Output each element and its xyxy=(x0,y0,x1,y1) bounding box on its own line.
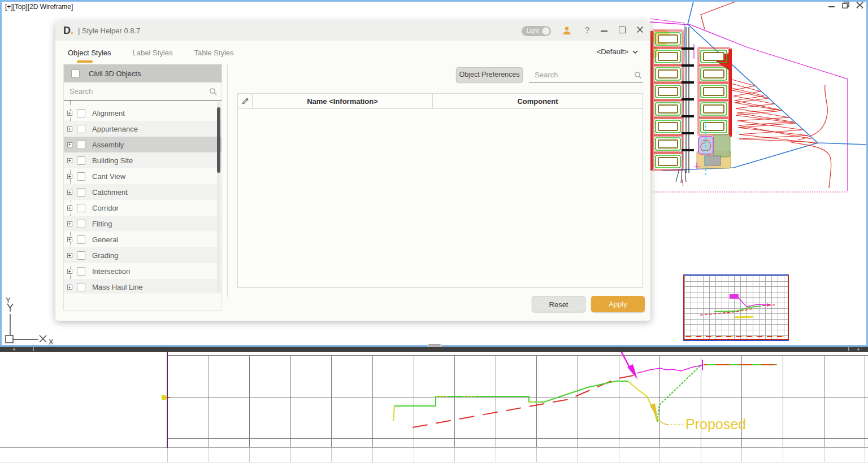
tree-item-fitting[interactable]: Fitting xyxy=(64,216,222,231)
item-checkbox[interactable] xyxy=(77,172,85,181)
tree-item-general[interactable]: General xyxy=(64,231,222,247)
expand-icon[interactable] xyxy=(67,111,72,116)
item-checkbox[interactable] xyxy=(77,125,85,133)
divider-tick-left xyxy=(33,347,34,351)
tab-label-styles[interactable]: Label Styles xyxy=(127,46,179,59)
expand-icon[interactable] xyxy=(67,190,72,195)
pencil-icon xyxy=(241,97,249,105)
theme-toggle-knob[interactable] xyxy=(542,27,550,35)
component-column-header[interactable]: Component xyxy=(433,97,643,106)
item-checkbox[interactable] xyxy=(77,235,85,244)
tree-scrollbar-thumb[interactable] xyxy=(217,107,220,173)
expand-icon[interactable] xyxy=(67,206,72,211)
tree-item-corridor[interactable]: Corridor xyxy=(64,200,222,216)
style-set-dropdown[interactable]: <Default> xyxy=(597,47,638,56)
theme-toggle[interactable]: Light xyxy=(522,26,551,36)
profile-lines: Proposed xyxy=(0,352,868,463)
style-set-value: <Default> xyxy=(597,47,628,56)
dialog-tabs: Object Styles Label Styles Table Styles xyxy=(62,46,240,59)
tree-item-catchment[interactable]: Catchment xyxy=(64,184,222,200)
help-icon[interactable]: ? xyxy=(585,25,589,34)
tree-item-label: Alignment xyxy=(92,109,125,117)
cad-assembly-drawing[interactable] xyxy=(650,2,866,198)
expand-icon[interactable] xyxy=(67,174,72,179)
divider-tick-right xyxy=(848,347,849,351)
item-checkbox[interactable] xyxy=(77,204,85,212)
tree-item-cant-view[interactable]: Cant View xyxy=(64,168,222,184)
tree-item-label: General xyxy=(92,235,118,244)
tree-item-assembly[interactable]: Assembly xyxy=(64,137,222,152)
item-checkbox[interactable] xyxy=(77,188,85,196)
theme-toggle-label: Light xyxy=(527,28,539,34)
application-window: [+][Top][2D Wireframe] xyxy=(0,0,868,463)
divider-plus-right-icon[interactable]: + xyxy=(857,347,860,352)
tree-item-appurtenance[interactable]: Appurtenance xyxy=(64,121,222,137)
tab-table-styles[interactable]: Table Styles xyxy=(188,46,239,59)
tree-search-input[interactable] xyxy=(64,82,198,100)
tab-object-styles[interactable]: Object Styles xyxy=(62,46,117,59)
ucs-y-label: Y xyxy=(6,297,11,304)
panel-divider xyxy=(227,64,228,297)
item-checkbox[interactable] xyxy=(77,220,85,228)
item-checkbox[interactable] xyxy=(77,141,85,149)
civil3d-objects-header[interactable]: Civil 3D Objects xyxy=(64,64,222,82)
item-checkbox[interactable] xyxy=(77,251,85,260)
name-column-header[interactable]: Name <Information> xyxy=(253,94,433,108)
dialog-maximize-icon[interactable] xyxy=(619,27,626,33)
expand-icon[interactable] xyxy=(67,285,72,290)
tree-item-intersection[interactable]: Intersection xyxy=(64,263,222,279)
dialog-header[interactable]: D. | Style Helper 0.8.7 Light ? xyxy=(55,21,650,41)
expand-icon[interactable] xyxy=(67,237,72,242)
app-logo: D. xyxy=(63,25,73,37)
styles-table-header: Name <Information> Component xyxy=(238,94,643,109)
search-icon xyxy=(209,88,217,97)
user-account-icon[interactable] xyxy=(562,26,571,37)
object-preferences-button[interactable]: Object Preferences xyxy=(456,67,523,82)
tree-item-building-site[interactable]: Building Site xyxy=(64,152,222,168)
tree-item-label: Building Site xyxy=(92,156,133,165)
tree-item-label: Catchment xyxy=(92,188,128,196)
styles-table: Name <Information> Component xyxy=(237,93,643,288)
tree-item-label: Grading xyxy=(92,251,118,260)
profile-minimap[interactable] xyxy=(683,274,789,340)
tree-item-mass-haul-line[interactable]: Mass Haul Line xyxy=(64,279,222,294)
expand-icon[interactable] xyxy=(67,221,72,226)
expand-icon[interactable] xyxy=(67,269,72,274)
item-checkbox[interactable] xyxy=(77,267,85,276)
proposed-label: Proposed xyxy=(685,416,746,432)
expand-icon[interactable] xyxy=(67,253,72,258)
ucs-x-label: X xyxy=(49,338,54,346)
tree-item-grading[interactable]: Grading xyxy=(64,247,222,263)
tree-item-alignment[interactable]: Alignment xyxy=(64,105,222,121)
dialog-minimize-icon[interactable] xyxy=(601,30,607,32)
tree-item-label: Mass Haul Line xyxy=(92,283,143,291)
style-helper-dialog: D. | Style Helper 0.8.7 Light ? Object S… xyxy=(55,21,650,321)
tree-item-label: Corridor xyxy=(92,204,119,212)
viewport-label[interactable]: [+][Top][2D Wireframe] xyxy=(5,3,73,11)
styles-search-input[interactable] xyxy=(529,67,626,82)
tree-item-label: Fitting xyxy=(92,220,112,228)
item-checkbox[interactable] xyxy=(77,283,85,291)
object-tree-panel: Civil 3D Objects Alignment Appurtenance … xyxy=(63,64,222,311)
expand-icon[interactable] xyxy=(67,142,72,147)
dialog-close-icon[interactable] xyxy=(636,26,644,35)
object-tree: Alignment Appurtenance Assembly Building… xyxy=(64,101,222,294)
item-checkbox[interactable] xyxy=(77,109,85,117)
item-checkbox[interactable] xyxy=(77,156,85,165)
tree-item-label: Appurtenance xyxy=(92,125,138,133)
search-icon xyxy=(634,71,642,81)
viewport-divider-bar[interactable]: + + xyxy=(0,347,868,352)
styles-search xyxy=(529,67,643,82)
divider-plus-left-icon[interactable]: + xyxy=(12,347,16,352)
expand-icon[interactable] xyxy=(67,126,72,132)
civil3d-objects-label: Civil 3D Objects xyxy=(89,69,141,78)
profile-viewport[interactable]: Proposed xyxy=(0,352,868,463)
apply-button[interactable]: Apply xyxy=(591,296,645,312)
expand-icon[interactable] xyxy=(67,158,72,163)
chevron-down-icon xyxy=(632,50,638,54)
reset-button[interactable]: Reset xyxy=(532,296,585,312)
tree-search xyxy=(64,82,222,101)
edit-column-header[interactable] xyxy=(238,94,253,108)
tree-item-label: Cant View xyxy=(92,172,125,181)
civil3d-objects-checkbox[interactable] xyxy=(71,69,80,78)
